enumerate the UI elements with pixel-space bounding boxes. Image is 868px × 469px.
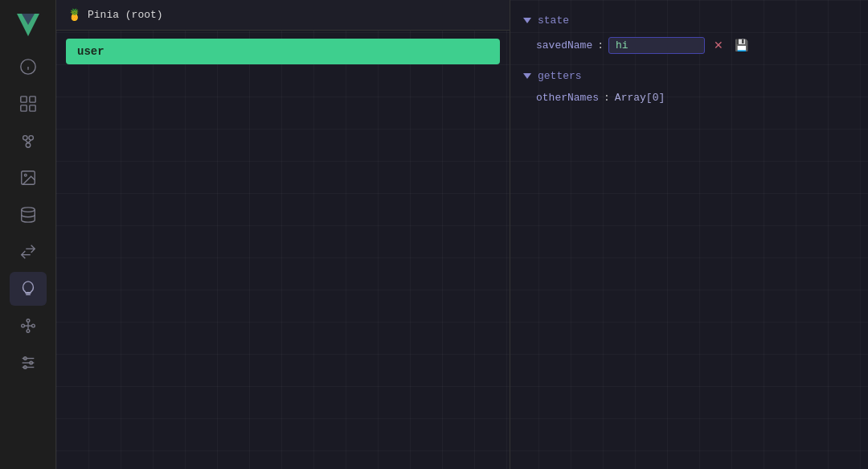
other-names-colon: : bbox=[604, 92, 610, 104]
state-section-header[interactable]: state bbox=[523, 8, 855, 33]
svg-rect-8 bbox=[29, 105, 35, 111]
svg-rect-5 bbox=[20, 97, 26, 102]
svg-point-15 bbox=[24, 174, 27, 176]
right-pane: state savedName : ✕ 💾 getters bbox=[510, 0, 868, 469]
getters-section-content: otherNames : Array[0] bbox=[523, 88, 855, 113]
store-item-user[interactable]: user bbox=[66, 39, 500, 64]
sidebar-item-assets[interactable] bbox=[10, 161, 47, 195]
svg-rect-7 bbox=[20, 105, 26, 111]
getters-section-header[interactable]: getters bbox=[523, 64, 855, 88]
left-pane-title: Pinia (root) bbox=[88, 9, 163, 21]
saved-name-row: savedName : ✕ 💾 bbox=[536, 33, 855, 57]
svg-point-31 bbox=[29, 361, 32, 364]
clear-button[interactable]: ✕ bbox=[710, 36, 727, 54]
left-pane: 🍍 Pinia (root) user bbox=[56, 0, 510, 469]
sidebar-item-components[interactable] bbox=[10, 87, 47, 121]
sidebar bbox=[0, 0, 56, 469]
svg-point-9 bbox=[23, 136, 27, 141]
sidebar-item-graph[interactable] bbox=[10, 309, 47, 343]
other-names-value: Array[0] bbox=[615, 92, 665, 104]
left-pane-header: 🍍 Pinia (root) bbox=[56, 0, 510, 31]
main-area: 🍍 Pinia (root) user state savedName : bbox=[56, 0, 868, 469]
svg-rect-6 bbox=[29, 97, 35, 102]
saved-name-colon: : bbox=[597, 39, 604, 51]
other-names-label: otherNames bbox=[536, 92, 599, 104]
svg-point-24 bbox=[27, 330, 30, 333]
state-triangle-icon bbox=[523, 18, 531, 23]
other-names-row: otherNames : Array[0] bbox=[536, 88, 855, 107]
split-pane: 🍍 Pinia (root) user state savedName : bbox=[56, 0, 868, 469]
state-section-content: savedName : ✕ 💾 bbox=[523, 33, 855, 64]
sidebar-item-info[interactable] bbox=[10, 50, 47, 84]
sidebar-item-services[interactable] bbox=[10, 124, 47, 158]
sidebar-item-settings[interactable] bbox=[10, 346, 47, 380]
sidebar-item-pinia[interactable] bbox=[10, 272, 47, 306]
saved-name-input[interactable] bbox=[608, 37, 705, 54]
sidebar-item-database[interactable] bbox=[10, 198, 47, 232]
svg-point-11 bbox=[26, 143, 31, 148]
getters-triangle-icon bbox=[523, 73, 531, 79]
saved-name-label: savedName bbox=[536, 39, 592, 51]
sidebar-item-routes[interactable] bbox=[10, 235, 47, 269]
svg-point-16 bbox=[21, 208, 35, 212]
getters-section-label: getters bbox=[538, 70, 582, 82]
left-pane-body: user bbox=[56, 31, 510, 469]
vue-logo[interactable] bbox=[11, 8, 45, 42]
svg-point-10 bbox=[28, 136, 32, 141]
svg-point-22 bbox=[27, 319, 30, 323]
svg-line-12 bbox=[25, 140, 28, 143]
state-section-label: state bbox=[538, 14, 569, 27]
svg-point-32 bbox=[23, 366, 27, 369]
pinia-emoji: 🍍 bbox=[68, 8, 81, 22]
right-pane-body: state savedName : ✕ 💾 getters bbox=[510, 0, 868, 121]
svg-point-21 bbox=[21, 324, 24, 327]
svg-line-13 bbox=[28, 140, 31, 143]
svg-point-30 bbox=[23, 357, 27, 360]
svg-point-23 bbox=[31, 324, 35, 327]
save-button[interactable]: 💾 bbox=[732, 36, 750, 54]
